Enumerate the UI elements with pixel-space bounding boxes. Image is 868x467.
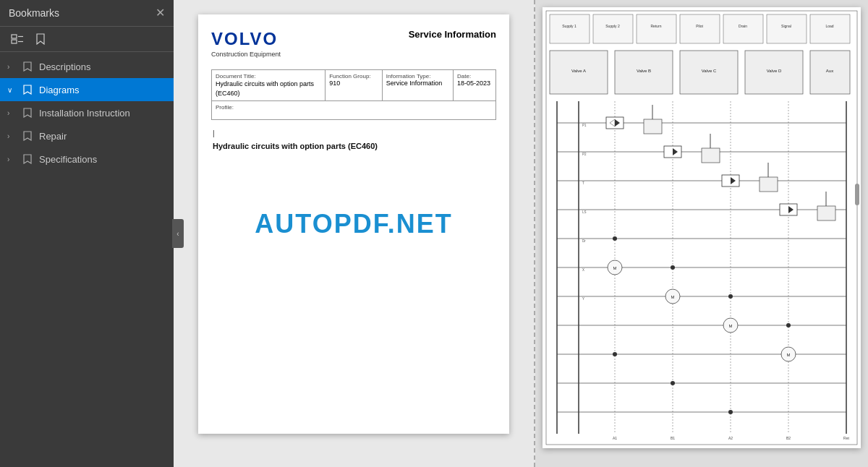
date-label: Date:	[457, 73, 492, 80]
svg-text:P1: P1	[582, 124, 587, 127]
svg-rect-10	[767, 14, 807, 43]
diagram-page: Supply 1 Supply 2 Return Pilot Drain Sig…	[542, 7, 861, 448]
sidebar: Bookmarks ✕ ›	[0, 0, 174, 467]
svg-text:Ret: Ret	[843, 436, 849, 440]
sidebar-label-diagrams: Diagrams	[39, 85, 80, 95]
svg-text:P2: P2	[582, 153, 587, 156]
close-sidebar-button[interactable]: ✕	[156, 7, 165, 19]
bookmark-icon-specs	[22, 153, 33, 165]
date-value: 18-05-2023	[457, 80, 492, 87]
svg-text:M: M	[729, 324, 733, 328]
svg-text:Valve C: Valve C	[702, 69, 717, 73]
sidebar-nav: › Descriptions ∨ Diagrams › Installation…	[0, 52, 174, 467]
sidebar-label-specifications: Specifications	[39, 154, 97, 165]
info-type-label: Information Type:	[386, 73, 449, 80]
bookmark-icon-descriptions	[22, 61, 33, 72]
sidebar-toolbar	[0, 27, 174, 52]
chevron-right-icon-specs: ›	[7, 155, 16, 163]
svg-text:B2: B2	[786, 436, 791, 440]
svg-text:Valve D: Valve D	[767, 69, 782, 73]
doc-title-label: Document Title:	[216, 73, 321, 80]
chevron-right-icon-repair: ›	[7, 132, 16, 140]
sidebar-item-installation[interactable]: › Installation Instruction	[0, 101, 174, 124]
expand-icon	[11, 34, 24, 44]
info-type-value: Service Information	[386, 80, 449, 87]
page-left: VOLVO Construction Equipment Service Inf…	[174, 0, 535, 467]
svg-rect-5	[550, 14, 590, 43]
svg-text:Return: Return	[650, 24, 661, 28]
sidebar-item-repair[interactable]: › Repair	[0, 124, 174, 147]
svg-text:B1: B1	[671, 436, 675, 440]
svg-rect-67	[644, 119, 662, 134]
scroll-indicator	[855, 184, 859, 205]
svg-text:A1: A1	[613, 436, 617, 440]
expand-all-button[interactable]	[7, 32, 27, 46]
svg-rect-7	[637, 14, 676, 43]
svg-rect-9	[723, 14, 763, 43]
sidebar-item-diagrams[interactable]: ∨ Diagrams	[0, 78, 174, 101]
sidebar-header: Bookmarks ✕	[0, 0, 174, 27]
bookmark-icon-installation	[22, 107, 33, 119]
doc-title-value: Hydraulic circuits with option parts (EC…	[216, 80, 321, 98]
svg-text:Signal: Signal	[781, 24, 791, 28]
svg-text:Dr: Dr	[582, 239, 586, 243]
svg-point-56	[671, 381, 675, 385]
svg-text:Valve B: Valve B	[637, 69, 651, 73]
bookmark-icon-diagrams	[22, 84, 33, 95]
function-group-value: 910	[329, 80, 378, 87]
chevron-right-icon: ›	[7, 63, 16, 71]
svg-text:M: M	[613, 266, 617, 270]
svg-rect-1	[12, 40, 17, 43]
bookmark-icon	[35, 33, 46, 45]
volvo-logo: VOLVO	[211, 29, 281, 49]
function-group-label: Function Group:	[329, 73, 378, 80]
svg-point-51	[613, 236, 617, 241]
volvo-subtitle: Construction Equipment	[211, 51, 281, 58]
svg-rect-8	[680, 14, 720, 43]
svg-rect-11	[810, 14, 850, 43]
page-document-title: Hydraulic circuits with option parts (EC…	[211, 142, 496, 150]
sidebar-label-descriptions: Descriptions	[39, 61, 91, 72]
profile-label: Profile:	[216, 104, 492, 111]
svg-text:M: M	[671, 295, 675, 299]
service-info-title: Service Information	[409, 29, 496, 40]
svg-text:Supply 1: Supply 1	[562, 24, 576, 28]
sidebar-label-repair: Repair	[39, 131, 67, 142]
svg-text:T: T	[582, 181, 584, 185]
svg-text:Load: Load	[825, 24, 833, 28]
bookmark-icon-repair	[22, 130, 33, 142]
svg-point-54	[786, 323, 791, 327]
svg-text:M: M	[787, 353, 791, 357]
bookmark-view-button[interactable]	[32, 31, 49, 47]
svg-rect-69	[702, 148, 720, 163]
sidebar-title: Bookmarks	[9, 7, 59, 19]
svg-text:Drain: Drain	[739, 24, 747, 28]
svg-rect-6	[593, 14, 633, 43]
pdf-page-info: VOLVO Construction Equipment Service Inf…	[198, 14, 509, 434]
watermark-text: AUTOPDF.NET	[255, 209, 452, 239]
svg-rect-0	[12, 35, 17, 38]
svg-text:Pilot: Pilot	[696, 24, 703, 28]
document-table: Document Title: Hydraulic circuits with …	[211, 69, 496, 120]
svg-text:Supply 2: Supply 2	[605, 24, 620, 28]
svg-rect-71	[760, 177, 778, 192]
sidebar-item-descriptions[interactable]: › Descriptions	[0, 55, 174, 78]
sidebar-label-installation: Installation Instruction	[39, 108, 130, 119]
svg-point-57	[728, 410, 733, 414]
svg-text:X: X	[582, 268, 584, 272]
main-content: VOLVO Construction Equipment Service Inf…	[174, 0, 868, 467]
sidebar-item-specifications[interactable]: › Specifications	[0, 147, 174, 171]
chevron-down-icon: ∨	[7, 86, 16, 94]
svg-text:A2: A2	[728, 436, 733, 440]
chevron-right-icon-installation: ›	[7, 109, 16, 117]
svg-point-52	[671, 265, 675, 270]
svg-text:LS: LS	[582, 210, 587, 214]
page-right: Supply 1 Supply 2 Return Pilot Drain Sig…	[535, 0, 868, 467]
svg-text:Y: Y	[582, 297, 584, 301]
sidebar-collapse-button[interactable]: ‹	[172, 219, 184, 248]
hydraulic-diagram: Supply 1 Supply 2 Return Pilot Drain Sig…	[542, 7, 861, 448]
svg-point-53	[728, 294, 733, 299]
svg-text:Aux: Aux	[826, 69, 833, 73]
svg-rect-73	[817, 206, 835, 220]
svg-point-55	[613, 352, 617, 356]
